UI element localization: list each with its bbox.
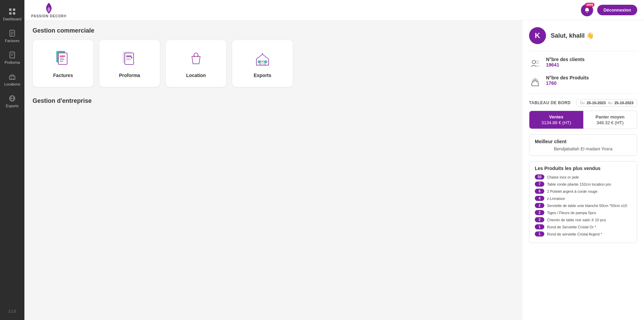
- proforma-card-icon: [119, 49, 140, 69]
- sidebar-item-factures-label: Factures: [5, 39, 20, 43]
- product-row: 4 z-Livraison: [535, 196, 631, 201]
- header-logo: PASSION DECOR®: [31, 2, 67, 18]
- svg-rect-1: [13, 8, 15, 11]
- produits-stat-label: N°bre des Produits: [546, 75, 589, 80]
- product-count: 1: [535, 231, 544, 237]
- sidebar-item-proforma-label: Proforma: [4, 60, 20, 64]
- product-name: Chaise inox or jade: [547, 175, 579, 179]
- svg-point-37: [532, 60, 535, 64]
- card-factures[interactable]: Factures: [33, 40, 94, 87]
- greeting-text: Salut, khalil 👋: [551, 32, 594, 39]
- tableau-title: TABLEAU DE BORD: [529, 100, 571, 105]
- sidebar-item-factures[interactable]: Factures: [0, 25, 24, 47]
- proforma-icon: [8, 51, 16, 59]
- metric-ventes[interactable]: Ventes 3134.88 € (HT): [529, 111, 583, 129]
- notification-badge: 3899: [585, 3, 594, 7]
- card-proforma-label: Proforma: [119, 73, 140, 78]
- product-name: Rond de Serviette Cristal Or *: [547, 225, 596, 229]
- svg-rect-30: [131, 57, 132, 58]
- panier-label: Panier moyen: [588, 114, 632, 119]
- ventes-value: 3134.88 € (HT): [534, 120, 579, 125]
- right-panel: K Salut, khalil 👋 N°bre des clients 1964: [522, 20, 644, 320]
- card-factures-label: Factures: [53, 73, 73, 78]
- card-location-label: Location: [186, 73, 206, 78]
- card-exports-label: Exports: [254, 73, 271, 78]
- commerciale-cards: Factures Proforma: [33, 40, 514, 87]
- clients-icon: [529, 57, 541, 70]
- best-client-card: Meilleur client Bendjaballah El madani Y…: [529, 134, 637, 156]
- divider-1: [529, 51, 637, 51]
- sidebar-item-exports[interactable]: Exports: [0, 90, 24, 112]
- svg-rect-24: [60, 61, 63, 62]
- factures-icon: [8, 29, 16, 37]
- product-name: Serviette de table unie blanche 50cm *50…: [547, 204, 627, 208]
- product-name: Table ronde pliante 152cm location pro: [547, 182, 611, 186]
- svg-point-18: [587, 12, 588, 13]
- product-row: 50 Chaise inox or jade: [535, 174, 631, 180]
- best-client-title: Meilleur client: [535, 139, 631, 144]
- svg-rect-2: [9, 12, 12, 15]
- card-exports[interactable]: Exports: [232, 40, 293, 87]
- product-count: 4: [535, 196, 544, 201]
- product-count: 2: [535, 203, 544, 208]
- grid-icon: [8, 7, 16, 16]
- stat-produits: N°bre des Produits 1760: [529, 75, 637, 88]
- app-version: 2.1.5: [5, 306, 19, 317]
- svg-rect-28: [126, 58, 130, 58]
- location-card-icon: [186, 49, 206, 69]
- greeting-row: K Salut, khalil 👋: [529, 27, 637, 44]
- svg-rect-35: [265, 60, 267, 63]
- produits-stat-value: 1760: [546, 80, 589, 86]
- card-proforma[interactable]: Proforma: [99, 40, 160, 87]
- card-location[interactable]: Location: [165, 40, 227, 87]
- sidebar-item-dashboard[interactable]: Dashboard: [0, 3, 24, 25]
- product-count: 1: [535, 224, 544, 229]
- svg-point-31: [194, 56, 195, 57]
- svg-rect-34: [258, 60, 260, 63]
- product-name: Rond de serviette Cristal Argent *: [547, 232, 602, 236]
- metrics-row: Ventes 3134.88 € (HT) Panier moyen 348.3…: [529, 111, 637, 129]
- product-name: Chemin de table noir satin X 10 pcs: [547, 218, 606, 222]
- svg-rect-26: [125, 53, 134, 64]
- product-count: 7: [535, 182, 544, 187]
- stat-clients: N°bre des clients 19641: [529, 57, 637, 70]
- product-row: 2 Serviette de table unie blanche 50cm *…: [535, 203, 631, 208]
- sidebar-item-locations[interactable]: Locations: [0, 69, 24, 90]
- sidebar-item-dashboard-label: Dashboard: [3, 17, 21, 21]
- logout-button[interactable]: Déconnexion: [597, 5, 637, 15]
- product-row: 7 Table ronde pliante 152cm location pro: [535, 182, 631, 187]
- svg-rect-8: [10, 52, 15, 58]
- factures-card-icon: [53, 49, 73, 69]
- date-from-label: Du: [580, 101, 585, 105]
- metric-panier[interactable]: Panier moyen 348.32 € (HT): [583, 111, 637, 129]
- sidebar: Dashboard Factures Proforma: [0, 0, 24, 320]
- body-layout: Gestion commerciale Factur: [24, 20, 644, 320]
- main-content: PASSION DECOR® 3899 Déconnexion Gestion …: [24, 0, 644, 320]
- product-count: 2: [535, 217, 544, 222]
- product-name: 2 Potelet argent à corde rouge: [547, 189, 598, 193]
- svg-rect-29: [126, 59, 131, 60]
- product-row: 1 Rond de Serviette Cristal Or *: [535, 224, 631, 229]
- svg-rect-22: [60, 58, 64, 58]
- svg-rect-0: [9, 8, 12, 11]
- tableau-header: TABLEAU DE BORD Du 25-10-2023 Au 25-10-2…: [529, 99, 637, 107]
- product-row: 2 Tiges / Fleurs de pampa 5pcs: [535, 210, 631, 215]
- notification-button[interactable]: 3899: [581, 4, 593, 16]
- clients-stat-value: 19641: [546, 62, 585, 68]
- best-client-name: Bendjaballah El madani Yosra: [535, 146, 631, 151]
- product-name: Tiges / Fleurs de pampa 5pcs: [547, 211, 596, 215]
- date-range: Du 25-10-2023 Au 25-10-2023: [576, 99, 637, 107]
- product-count: 6: [535, 189, 544, 194]
- header-right: 3899 Déconnexion: [581, 4, 637, 16]
- exports-card-icon: [252, 49, 273, 69]
- avatar: K: [529, 27, 546, 44]
- date-from-value: 25-10-2023: [587, 101, 606, 105]
- svg-rect-23: [60, 59, 64, 60]
- gestion-entreprise-title: Gestion d'entreprise: [33, 97, 514, 105]
- content-area: Gestion commerciale Factur: [24, 20, 522, 320]
- products-list: 50 Chaise inox or jade 7 Table ronde pli…: [535, 174, 631, 237]
- clients-stat-label: N°bre des clients: [546, 57, 585, 62]
- sidebar-item-proforma[interactable]: Proforma: [0, 47, 24, 69]
- sidebar-item-exports-label: Exports: [6, 104, 18, 108]
- date-to-value: 25-10-2023: [614, 101, 633, 105]
